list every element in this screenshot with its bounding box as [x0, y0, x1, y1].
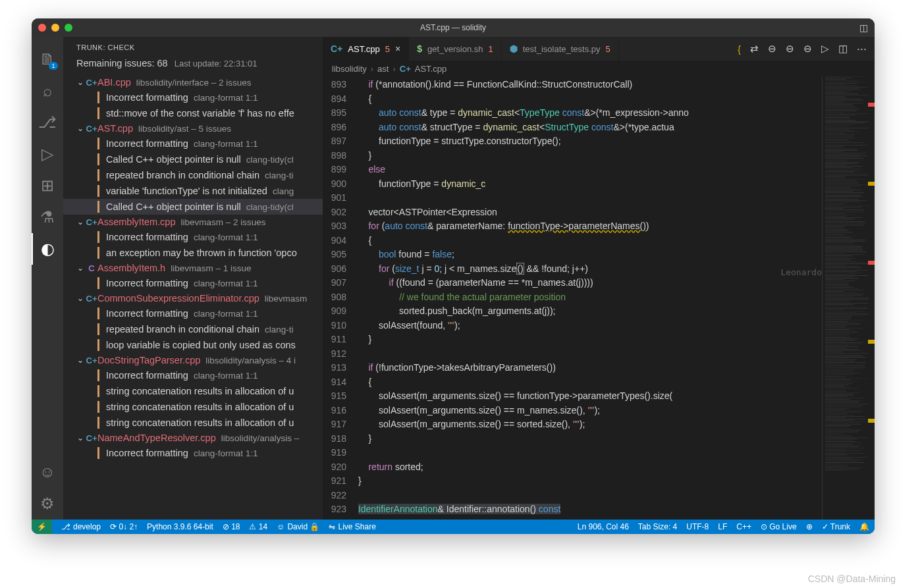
python-interpreter[interactable]: Python 3.9.6 64-bit: [147, 522, 213, 531]
issue-tree[interactable]: ⌄C+ABI.cpplibsolidity/interface – 2 issu…: [63, 75, 323, 520]
close-icon[interactable]: [38, 24, 46, 32]
issue-row[interactable]: Called C++ object pointer is nullclang-t…: [63, 199, 323, 215]
breadcrumb-file[interactable]: AST.cpp: [415, 64, 447, 74]
file-name: AST.cpp: [97, 123, 133, 134]
search-icon[interactable]: ⌕: [32, 75, 63, 107]
file-row[interactable]: ⌄C+DocStringTagParser.cpplibsolidity/ana…: [63, 353, 323, 367]
tab-badge: 1: [489, 44, 493, 54]
severity-bar: [97, 369, 99, 381]
issue-row[interactable]: string concatenation results in allocati…: [63, 415, 323, 431]
file-row[interactable]: ⌄C+AST.cpplibsolidity/ast – 5 issues: [63, 121, 323, 136]
issue-row[interactable]: repeated branch in conditional chainclan…: [63, 167, 323, 183]
sidebar-subtitle: Remaining issues: 68 Last update: 22:31:…: [63, 55, 323, 75]
run-debug-icon[interactable]: ▷: [32, 138, 63, 170]
nav-fwd-icon[interactable]: ⊖: [786, 43, 794, 55]
extensions-icon[interactable]: ⊞: [32, 170, 63, 201]
issue-row[interactable]: an exception may be thrown in function '…: [63, 245, 323, 261]
issue-row[interactable]: string concatenation results in allocati…: [63, 383, 323, 399]
compare-icon[interactable]: ⇄: [750, 43, 759, 55]
issue-row[interactable]: Incorrect formattingclang-format 1:1: [63, 445, 323, 461]
liveshare-user[interactable]: ☺ David 🔒: [277, 522, 319, 531]
issue-message: Incorrect formatting: [106, 278, 188, 288]
activity-bar: 🗎1 ⌕ ⎇ ▷ ⊞ ⚗ ◐ ☺ ⚙: [32, 37, 63, 520]
issue-row[interactable]: Incorrect formattingclang-format 1:1: [63, 306, 323, 321]
nav-fwd2-icon[interactable]: ⊖: [803, 43, 812, 55]
settings-gear-icon[interactable]: ⚙: [32, 488, 63, 520]
problems-errors[interactable]: ⊘ 18: [223, 522, 240, 531]
language-mode[interactable]: C++: [736, 522, 751, 531]
issue-row[interactable]: Incorrect formattingclang-format 1:1: [63, 275, 323, 291]
issue-row[interactable]: variable 'functionType' is not initializ…: [63, 183, 323, 199]
issue-row[interactable]: loop variable is copied but only used as…: [63, 337, 323, 353]
editor[interactable]: 8938948958968978988999009019029039049059…: [323, 76, 875, 520]
split-icon[interactable]: ◫: [838, 43, 848, 55]
liveshare[interactable]: ⇋ Live Share: [329, 522, 375, 531]
more-icon[interactable]: ⋯: [857, 43, 867, 55]
chevron-down-icon: ⌄: [75, 78, 86, 87]
issue-row[interactable]: Incorrect formattingclang-format 1:1: [63, 136, 323, 151]
issue-source: clang: [273, 186, 294, 196]
file-path: libsolidity/ast – 5 issues: [138, 124, 231, 134]
breadcrumb-seg[interactable]: libsolidity: [332, 64, 367, 74]
issue-message: Incorrect formatting: [106, 370, 188, 381]
copilot-icon[interactable]: ⊕: [806, 522, 813, 531]
cursor-position[interactable]: Ln 906, Col 46: [578, 522, 629, 531]
remaining-issues: Remaining issues: 68: [76, 58, 168, 68]
body: 🗎1 ⌕ ⎇ ▷ ⊞ ⚗ ◐ ☺ ⚙ TRUNK: CHECK Remainin…: [32, 37, 875, 520]
file-row[interactable]: ⌄C+CommonSubexpressionEliminator.cpplibe…: [63, 291, 323, 306]
file-row[interactable]: ⌄C+AssemblyItem.cpplibevmasm – 2 issues: [63, 215, 323, 229]
issue-source: clang-tidy(cl: [246, 155, 294, 165]
git-branch[interactable]: ⎇ develop: [61, 522, 101, 531]
tab-badge: 5: [385, 44, 390, 54]
remote-indicator[interactable]: ⚡: [32, 520, 52, 534]
git-sync[interactable]: ⟳ 0↓ 2↑: [110, 522, 138, 531]
minimap[interactable]: [822, 76, 875, 520]
file-name: ABI.cpp: [97, 77, 131, 88]
issue-row[interactable]: Incorrect formattingclang-format 1:1: [63, 367, 323, 383]
file-row[interactable]: ⌄C+ABI.cpplibsolidity/interface – 2 issu…: [63, 75, 323, 90]
tab-size[interactable]: Tab Size: 4: [638, 522, 677, 531]
bracket-icon[interactable]: {: [738, 43, 741, 55]
trunk-icon[interactable]: ◐: [32, 233, 63, 265]
code-content[interactable]: if (*annotation().kind == FunctionCallKi…: [356, 76, 822, 520]
issue-row[interactable]: Called C++ object pointer is nullclang-t…: [63, 151, 323, 167]
issue-message: Incorrect formatting: [106, 448, 188, 458]
trunk-status[interactable]: ✓ Trunk: [822, 522, 850, 531]
severity-bar: [97, 447, 99, 459]
file-row[interactable]: ⌄CAssemblyItem.hlibevmasm – 1 issue: [63, 261, 323, 275]
encoding[interactable]: UTF-8: [686, 522, 709, 531]
breadcrumb-seg[interactable]: ast: [377, 64, 389, 74]
file-name: AssemblyItem.h: [97, 263, 165, 273]
editor-tab[interactable]: C+AST.cpp5×: [323, 37, 409, 61]
problems-warnings[interactable]: ⚠ 14: [249, 522, 267, 531]
issue-row[interactable]: Incorrect formattingclang-format 1:1: [63, 229, 323, 245]
issue-row[interactable]: Incorrect formattingclang-format 1:1: [63, 90, 323, 105]
go-live[interactable]: ⊙ Go Live: [761, 522, 797, 531]
severity-bar: [97, 92, 99, 103]
issue-source: clang-format 1:1: [194, 279, 258, 288]
editor-tab[interactable]: ⬢test_isolate_tests.py5: [502, 37, 619, 61]
breadcrumb[interactable]: libsolidity › ast › C+ AST.cpp: [323, 61, 875, 76]
issue-row[interactable]: std::move of the const variable 'f' has …: [63, 105, 323, 121]
issue-message: repeated branch in conditional chain: [106, 170, 259, 180]
eol[interactable]: LF: [718, 522, 727, 531]
nav-back-icon[interactable]: ⊖: [768, 43, 776, 55]
issue-row[interactable]: string concatenation results in allocati…: [63, 399, 323, 415]
editor-tab[interactable]: $get_version.sh1: [409, 37, 502, 61]
accounts-icon[interactable]: ☺: [32, 456, 63, 488]
source-control-icon[interactable]: ⎇: [32, 107, 63, 138]
explorer-icon[interactable]: 🗎1: [32, 43, 63, 75]
window-title: AST.cpp — solidity: [420, 23, 486, 32]
testing-icon[interactable]: ⚗: [32, 201, 63, 233]
notifications-bell-icon[interactable]: 🔔: [859, 522, 869, 531]
minimize-icon[interactable]: [51, 24, 59, 32]
chevron-down-icon: ⌄: [75, 217, 86, 227]
file-row[interactable]: ⌄C+NameAndTypeResolver.cpplibsolidity/an…: [63, 431, 323, 445]
close-icon[interactable]: ×: [395, 43, 400, 54]
issue-row[interactable]: repeated branch in conditional chainclan…: [63, 321, 323, 337]
issue-message: string concatenation results in allocati…: [106, 386, 294, 396]
issue-message: Incorrect formatting: [106, 138, 188, 149]
layout-icon[interactable]: ◫: [859, 22, 868, 33]
run-icon[interactable]: ▷: [821, 43, 829, 55]
maximize-icon[interactable]: [65, 24, 72, 32]
